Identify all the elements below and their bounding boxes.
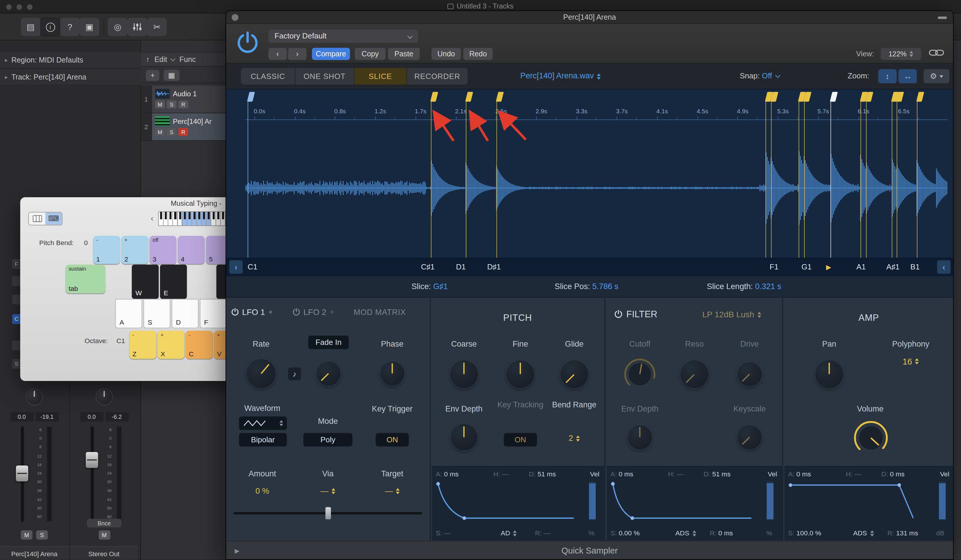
amount-value[interactable]: 0 % bbox=[238, 486, 287, 496]
filter-power-title[interactable]: FILTER bbox=[614, 309, 657, 319]
track-inspector-header[interactable]: ▸Track: Perc[140] Arena bbox=[0, 69, 141, 86]
fader-track[interactable] bbox=[91, 426, 94, 522]
gain-value[interactable]: -19.1 bbox=[35, 412, 58, 421]
inspector-fragment[interactable]: S bbox=[12, 359, 21, 369]
functions-menu[interactable]: Func bbox=[180, 55, 196, 64]
lfo-mode-select[interactable]: Poly bbox=[304, 433, 352, 446]
inspector-fragment[interactable] bbox=[12, 276, 21, 286]
toolbar-toggle-button[interactable]: ▣ bbox=[80, 18, 99, 36]
editors-button[interactable]: ✂ bbox=[147, 18, 167, 36]
mt-key-3[interactable]: off3 bbox=[149, 236, 177, 264]
slice-note-label[interactable]: F1 bbox=[770, 263, 778, 271]
fine-knob[interactable] bbox=[506, 360, 535, 388]
next-preset-button[interactable]: › bbox=[288, 48, 307, 60]
inspector-button[interactable]: i bbox=[40, 18, 60, 36]
rate-sync-button[interactable]: ♪ bbox=[288, 367, 301, 380]
mt-black-key[interactable]: W bbox=[132, 265, 159, 299]
track-row-1[interactable]: 1 Audio 1 M S R bbox=[141, 86, 225, 113]
keyscale-knob[interactable] bbox=[737, 425, 762, 449]
pitch-envelope[interactable]: A: 0 ms H: — D: 51 ms Vel S: — AD R: — % bbox=[432, 466, 604, 541]
amp-envelope[interactable]: A: 0 ms H: — D: 0 ms Vel S: 100.0 % ADS … bbox=[784, 466, 954, 541]
undo-button[interactable]: Undo bbox=[431, 48, 461, 60]
compare-button[interactable]: Compare bbox=[312, 48, 350, 60]
scroll-right-button[interactable]: ‹ bbox=[937, 260, 951, 274]
slice-note-label[interactable]: B1 bbox=[910, 263, 919, 271]
reso-knob[interactable] bbox=[680, 360, 709, 388]
envelope-curve[interactable] bbox=[787, 480, 927, 523]
solo-button[interactable]: S bbox=[36, 530, 48, 539]
paste-button[interactable]: Paste bbox=[388, 48, 420, 60]
plugin-power-button[interactable] bbox=[236, 31, 259, 54]
tab-one-shot[interactable]: ONE SHOT bbox=[295, 68, 354, 85]
typing-mode-button[interactable]: ⌨ bbox=[45, 212, 62, 225]
track-row-2[interactable]: 2 Perc[140] Ar M S R bbox=[141, 113, 225, 141]
slice-play-icon[interactable]: ▶ bbox=[826, 263, 831, 271]
via-select[interactable]: — bbox=[304, 486, 352, 496]
plugin-titlebar[interactable]: Perc[140] Arena bbox=[226, 11, 953, 24]
slice-note-label[interactable]: D1 bbox=[456, 263, 466, 271]
inspector-fragment[interactable]: C bbox=[12, 314, 21, 324]
link-icon[interactable] bbox=[929, 47, 944, 58]
scroll-left-button[interactable]: › bbox=[229, 260, 243, 274]
library-button[interactable]: ▤ bbox=[21, 18, 40, 36]
amp-pan-knob[interactable] bbox=[815, 360, 843, 388]
slice-note-label[interactable]: C♯1 bbox=[421, 263, 434, 271]
velocity-bar[interactable] bbox=[939, 481, 946, 519]
quick-help-button[interactable]: ? bbox=[60, 18, 80, 36]
envelope-curve[interactable] bbox=[434, 480, 577, 523]
tab-classic[interactable]: CLASSIC bbox=[241, 68, 295, 85]
filter-env-depth-knob[interactable] bbox=[628, 425, 652, 449]
tab-mod-matrix[interactable]: MOD MATRIX bbox=[354, 308, 406, 317]
slice-note-label[interactable]: G1 bbox=[802, 263, 812, 271]
mini-piano[interactable] bbox=[158, 211, 227, 226]
copy-button[interactable]: Copy bbox=[355, 48, 385, 60]
octave-left-icon[interactable]: ‹ bbox=[151, 213, 153, 223]
target-select[interactable]: — bbox=[368, 486, 417, 496]
smart-controls-button[interactable]: ◎ bbox=[108, 18, 127, 36]
fader-handle[interactable] bbox=[86, 452, 98, 468]
tab-slice[interactable]: SLICE bbox=[354, 68, 406, 85]
mt-key-Z[interactable]: -Z bbox=[129, 331, 156, 359]
redo-button[interactable]: Redo bbox=[463, 48, 493, 60]
volume-knob[interactable] bbox=[853, 419, 889, 456]
waveform-display[interactable]: 0.0s0.4s0.8s1.2s1.7s2.1s2.5s2.9s3.3s3.7s… bbox=[226, 90, 953, 276]
vertical-zoom-button[interactable]: ↕ bbox=[878, 69, 897, 83]
pan-value[interactable]: 0.0 bbox=[80, 412, 103, 421]
mt-key-4[interactable]: 4 bbox=[178, 236, 205, 264]
tab-recorder[interactable]: RECORDER bbox=[406, 68, 468, 85]
bipolar-toggle[interactable]: Bipolar bbox=[239, 433, 287, 446]
mt-key-2[interactable]: +2 bbox=[121, 236, 148, 264]
pan-value[interactable]: 0.0 bbox=[10, 412, 33, 421]
preset-menu[interactable]: Factory Default bbox=[268, 29, 418, 43]
action-menu-button[interactable]: ⚙ bbox=[924, 69, 950, 83]
lfo-waveform-select[interactable] bbox=[239, 417, 287, 430]
bounce-button[interactable]: Bnce bbox=[87, 518, 121, 527]
polyphony-value[interactable]: 16 bbox=[886, 356, 935, 366]
inspector-fragment[interactable]: F bbox=[12, 259, 21, 269]
slice-pos-value[interactable]: 5.786 s bbox=[592, 282, 619, 291]
view-zoom-stepper[interactable]: 122% bbox=[881, 48, 921, 60]
mt-white-key[interactable]: A bbox=[115, 299, 142, 328]
duplicate-track-button[interactable]: ▦ bbox=[164, 69, 180, 81]
mt-key-X[interactable]: +X bbox=[157, 331, 185, 359]
glide-knob[interactable] bbox=[560, 360, 588, 388]
pan-knob[interactable] bbox=[96, 389, 112, 405]
tab-lfo2[interactable]: LFO 2 bbox=[292, 308, 333, 317]
slice-note-label[interactable]: D♯1 bbox=[487, 263, 501, 271]
fade-in-toggle[interactable]: Fade In bbox=[309, 336, 349, 349]
track-record-button[interactable]: R bbox=[178, 100, 188, 108]
track-mute-button[interactable]: M bbox=[155, 100, 165, 108]
fade-in-knob[interactable] bbox=[316, 361, 341, 386]
plugin-resize-handle[interactable] bbox=[938, 16, 947, 19]
prev-preset-button[interactable]: ‹ bbox=[268, 48, 287, 60]
power-icon[interactable] bbox=[231, 308, 239, 316]
lfo-amount-slider[interactable] bbox=[233, 512, 423, 514]
key-tracking-toggle[interactable]: ON bbox=[504, 433, 537, 446]
track-record-button[interactable]: R bbox=[178, 128, 188, 136]
filter-type-menu[interactable]: LP 12dB Lush bbox=[702, 310, 761, 319]
key-trigger-toggle[interactable]: ON bbox=[376, 433, 409, 446]
tab-lfo1[interactable]: LFO 1 bbox=[231, 308, 272, 317]
bend-range-value[interactable]: 2 bbox=[550, 433, 599, 443]
mt-white-key[interactable]: D bbox=[172, 299, 199, 328]
waveform-canvas[interactable]: 0.0s0.4s0.8s1.2s1.7s2.1s2.5s2.9s3.3s3.7s… bbox=[245, 90, 948, 258]
